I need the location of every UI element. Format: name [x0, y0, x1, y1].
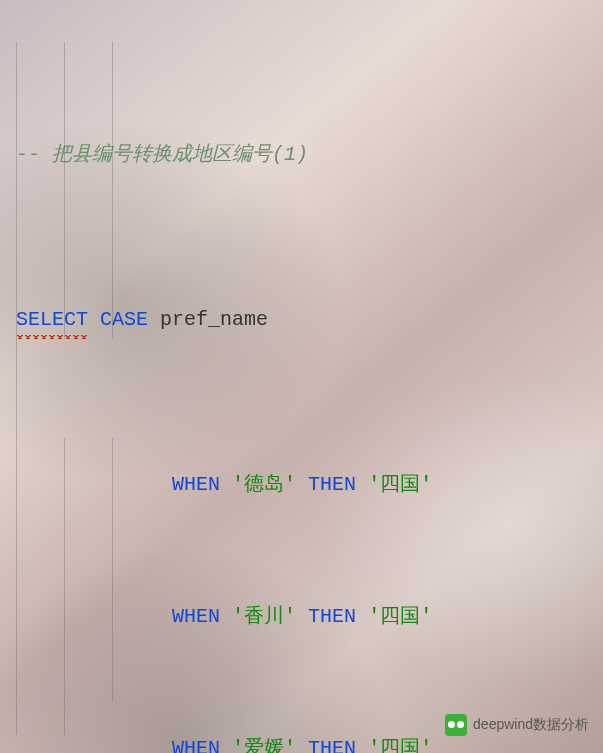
keyword-then: THEN	[308, 473, 356, 496]
code-line: -- 把县编号转换成地区编号(1)	[8, 138, 603, 171]
keyword-select: SELECT	[16, 303, 88, 336]
string-literal: '香川'	[232, 605, 296, 628]
string-literal: '爱媛'	[232, 737, 296, 753]
keyword-case: CASE	[100, 308, 148, 331]
keyword-then: THEN	[308, 737, 356, 753]
sql-code-block: -- 把县编号转换成地区编号(1) SELECT CASE pref_name …	[0, 0, 603, 753]
code-line: SELECT CASE pref_name	[8, 303, 603, 336]
comment-text: -- 把县编号转换成地区编号(1)	[16, 143, 308, 166]
keyword-when: WHEN	[172, 737, 220, 753]
string-literal: '四国'	[368, 605, 432, 628]
keyword-when: WHEN	[172, 473, 220, 496]
keyword-then: THEN	[308, 605, 356, 628]
code-line: WHEN '德岛' THEN '四国'	[8, 468, 603, 501]
keyword-when: WHEN	[172, 605, 220, 628]
string-literal: '德岛'	[232, 473, 296, 496]
code-line: WHEN '爱媛' THEN '四国'	[8, 732, 603, 753]
identifier-pref-name: pref_name	[160, 308, 268, 331]
string-literal: '四国'	[368, 737, 432, 753]
code-line: WHEN '香川' THEN '四国'	[8, 600, 603, 633]
string-literal: '四国'	[368, 473, 432, 496]
